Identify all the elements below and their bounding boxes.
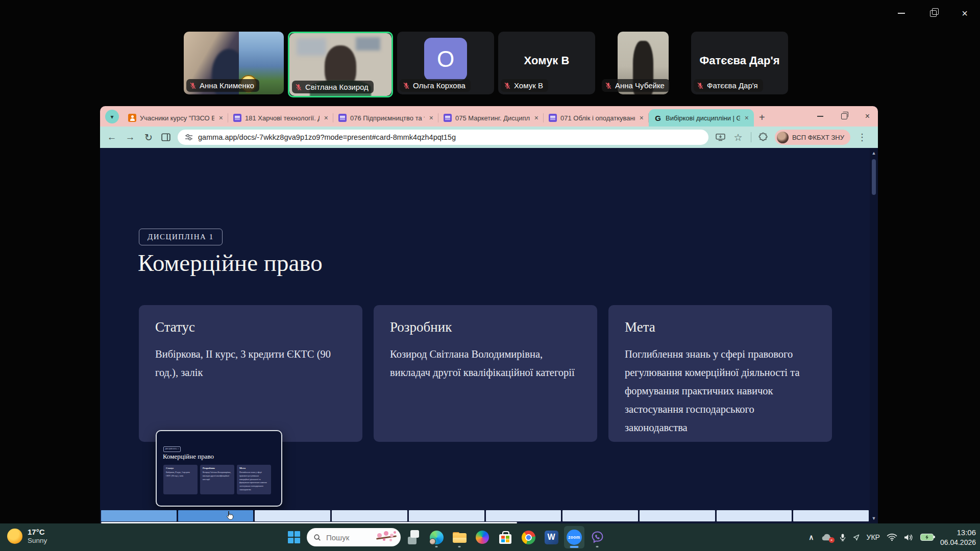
address-bar[interactable]: gamma.app/docs/-7wkkz8gva9p1zo9?mode=pre… bbox=[178, 130, 708, 145]
clock-widget[interactable]: 13:06 06.04.2026 bbox=[940, 528, 976, 547]
tray-date: 06.04.2026 bbox=[940, 538, 976, 547]
word-icon: W bbox=[545, 531, 558, 544]
slide-thumb-4[interactable] bbox=[332, 510, 407, 521]
location-in-use-icon[interactable] bbox=[852, 534, 860, 541]
tab-close-button[interactable]: × bbox=[639, 114, 645, 122]
tab-elective-disciplines-active[interactable]: G Вибіркові дисципліни | G × bbox=[649, 109, 754, 127]
back-icon[interactable]: ← bbox=[106, 132, 117, 143]
tab-food-tech[interactable]: 181 Харчові технології. Д × bbox=[228, 109, 333, 127]
new-tab-button[interactable]: + bbox=[759, 112, 765, 123]
site-settings-icon[interactable] bbox=[185, 133, 193, 141]
slide-thumb-9[interactable] bbox=[717, 510, 792, 521]
participant-tile-active-speaker[interactable]: Світлана Козирод bbox=[288, 32, 393, 97]
taskbar-app-store[interactable] bbox=[495, 526, 516, 548]
url-text[interactable]: gamma.app/docs/-7wkkz8gva9p1zo9?mode=pre… bbox=[198, 133, 456, 141]
browser-toolbar: ← → ↻ gamma.app/docs/-7wkkz8gva9p1zo9?mo… bbox=[100, 127, 878, 148]
course-list-icon bbox=[338, 114, 347, 122]
participant-tile[interactable]: Фатєєва Дар'я Фатєєва Дар'я bbox=[691, 32, 788, 94]
slide-thumb-7[interactable] bbox=[562, 510, 638, 521]
browser-minimize-button[interactable] bbox=[817, 116, 823, 117]
tab-accounting[interactable]: 071 Облік і оподаткуванн × bbox=[544, 109, 649, 127]
volume-icon[interactable] bbox=[904, 534, 914, 541]
profile-chip[interactable]: ВСП ФКБХТ ЗНУ bbox=[775, 130, 850, 145]
card-developer: Розробник Козирод Світлана Володимирівна… bbox=[374, 305, 597, 442]
taskbar-app-viber[interactable] bbox=[587, 526, 607, 548]
slide-preview-popup: ДИСЦИПЛІНА 1 Комерційне право СтатусВибі… bbox=[156, 430, 282, 507]
taskbar-app-zoom-active[interactable]: zoom bbox=[564, 526, 584, 548]
scroll-down-icon[interactable]: ▼ bbox=[870, 516, 878, 521]
scroll-up-icon[interactable]: ▲ bbox=[870, 151, 878, 156]
participant-tile[interactable]: Анна Чубейке bbox=[599, 32, 687, 94]
copilot-icon bbox=[476, 531, 489, 544]
tab-close-button[interactable]: × bbox=[744, 114, 750, 122]
microphone-in-use-icon[interactable] bbox=[840, 533, 846, 542]
reload-icon[interactable]: ↻ bbox=[143, 132, 154, 143]
participant-avatar: О bbox=[424, 38, 467, 81]
weather-widget[interactable]: 17°C Sunny bbox=[7, 528, 47, 545]
participant-tile[interactable]: О Ольга Корхова bbox=[397, 32, 494, 94]
close-icon: × bbox=[962, 8, 968, 19]
card-title: Мета bbox=[625, 319, 816, 335]
slide-thumb-2[interactable] bbox=[178, 510, 254, 521]
page-scrollbar[interactable]: ▲ ▼ bbox=[870, 148, 878, 523]
taskbar-search[interactable] bbox=[307, 528, 401, 546]
participant-name-label: Хомук В bbox=[501, 79, 548, 92]
battery-charging-icon[interactable] bbox=[920, 534, 934, 541]
muted-mic-icon bbox=[605, 82, 612, 89]
slide-thumb-1[interactable] bbox=[101, 510, 177, 521]
participant-tile[interactable]: Хомук В Хомук В bbox=[498, 32, 595, 94]
zoom-restore-button[interactable] bbox=[926, 7, 940, 19]
chrome-icon bbox=[522, 531, 535, 544]
install-app-icon[interactable] bbox=[716, 133, 725, 141]
restore-icon bbox=[930, 10, 937, 17]
tab-close-button[interactable]: × bbox=[323, 114, 329, 122]
taskbar-app-copilot[interactable] bbox=[472, 526, 493, 548]
taskbar-app-file-explorer[interactable] bbox=[449, 526, 470, 548]
course-list-icon bbox=[444, 114, 452, 122]
bookmark-star-icon[interactable]: ☆ bbox=[732, 132, 744, 143]
extensions-puzzle-icon[interactable] bbox=[758, 133, 768, 142]
participant-name-label: Анна Клименко bbox=[186, 79, 259, 92]
browser-close-button[interactable]: × bbox=[865, 112, 870, 121]
slide-thumb-3[interactable] bbox=[255, 510, 330, 521]
slide-thumb-5[interactable] bbox=[409, 510, 484, 521]
browser-restore-button[interactable] bbox=[841, 113, 847, 119]
participant-name-label: Ольга Корхова bbox=[400, 79, 471, 92]
wifi-icon[interactable] bbox=[887, 533, 897, 541]
forward-icon[interactable]: → bbox=[125, 132, 136, 143]
slide-thumb-8[interactable] bbox=[640, 510, 715, 521]
windows-logo-icon bbox=[288, 531, 300, 543]
tab-marketing[interactable]: 075 Маркетинг. Дисциплі × bbox=[438, 109, 544, 127]
taskbar-app-chrome[interactable] bbox=[518, 526, 538, 548]
weather-condition: Sunny bbox=[28, 537, 47, 545]
running-indicator bbox=[596, 546, 599, 547]
scrollbar-thumb[interactable] bbox=[872, 159, 876, 195]
tray-expand-icon[interactable]: ∧ bbox=[808, 533, 814, 541]
start-button[interactable] bbox=[284, 526, 304, 548]
tab-close-button[interactable]: × bbox=[533, 114, 540, 122]
tab-course-participants[interactable]: Учасники курсу "ПЗСО ВІ × bbox=[123, 109, 228, 127]
language-indicator[interactable]: УКР bbox=[867, 533, 880, 541]
taskbar-app-edge[interactable] bbox=[426, 526, 447, 548]
muted-mic-icon bbox=[295, 84, 302, 91]
zoom-minimize-button[interactable] bbox=[894, 7, 909, 19]
taskbar-center: W zoom bbox=[284, 523, 607, 551]
tab-close-button[interactable]: × bbox=[218, 114, 224, 122]
browser-menu-icon[interactable]: ⋮ bbox=[857, 132, 867, 143]
tab-entrepreneurship[interactable]: 076 Підприємництво та т × bbox=[333, 109, 438, 127]
slide-thumb-10[interactable] bbox=[793, 510, 869, 521]
taskbar-app-word[interactable]: W bbox=[541, 526, 561, 548]
participant-tile[interactable]: Анна Клименко bbox=[184, 32, 284, 94]
tab-close-button[interactable]: × bbox=[428, 114, 434, 122]
task-view-button[interactable] bbox=[403, 526, 424, 548]
search-icon bbox=[313, 534, 321, 541]
participant-name: Світлана Козирод bbox=[305, 83, 369, 91]
search-input[interactable] bbox=[325, 533, 371, 542]
tab-search-button[interactable]: ▾ bbox=[105, 110, 119, 123]
side-panel-icon[interactable] bbox=[161, 133, 170, 141]
slide-thumb-6[interactable] bbox=[486, 510, 561, 521]
active-app-indicator bbox=[570, 546, 579, 548]
zoom-close-button[interactable]: × bbox=[958, 7, 972, 19]
taskbar: 17°C Sunny bbox=[0, 523, 980, 551]
onedrive-error-icon[interactable]: × bbox=[821, 533, 833, 542]
